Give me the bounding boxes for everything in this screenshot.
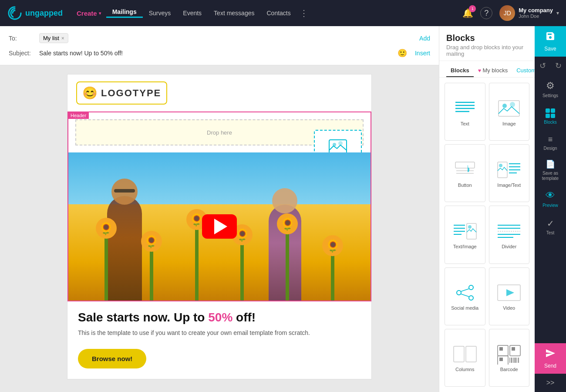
drop-here-text: Drop here xyxy=(207,129,232,136)
blocks-panel-header: Blocks Drag and drop blocks into your ma… xyxy=(439,26,535,61)
test-icon: ✓ xyxy=(547,218,554,229)
block-columns-thumb xyxy=(452,343,478,365)
save-template-label: Save as template xyxy=(536,171,564,181)
preview-icon: 👁 xyxy=(546,190,555,201)
logo-face-icon: 😊 xyxy=(82,86,98,100)
sale-text-block: Sale starts now. Up to 50% off! This is … xyxy=(67,301,371,342)
subject-value: Sale starts now! Up to 50% off! xyxy=(39,50,393,57)
browse-button-area: Browse now! xyxy=(67,342,371,379)
nav-create[interactable]: Create ▾ xyxy=(71,10,106,17)
app-logo[interactable]: ungapped xyxy=(7,5,63,21)
insert-button[interactable]: Insert xyxy=(415,50,430,57)
blocks-grid: Text Image xyxy=(439,78,535,392)
svg-point-9 xyxy=(510,102,515,107)
block-barcode-thumb xyxy=(496,343,522,365)
nav-contacts[interactable]: Contacts xyxy=(260,10,296,17)
block-social[interactable]: Social media xyxy=(445,267,485,325)
blocks-tabs: Blocks ♥ My blocks Custom blocks xyxy=(439,61,535,78)
user-menu-chevron: ▾ xyxy=(556,10,559,16)
recipient-tag[interactable]: My list × xyxy=(39,33,68,43)
block-social-thumb xyxy=(452,282,478,304)
svg-line-34 xyxy=(461,294,469,297)
block-imagetext-label: Image/Text xyxy=(497,182,521,188)
svg-rect-44 xyxy=(499,358,503,361)
svg-point-30 xyxy=(469,285,473,290)
user-name: John Doe xyxy=(519,14,553,19)
notification-badge: 1 xyxy=(469,5,476,12)
remove-tag-button[interactable]: × xyxy=(61,35,64,41)
block-button[interactable]: Button xyxy=(445,144,485,202)
header-block[interactable]: Header Drop here xyxy=(67,112,371,301)
recipient-tags: My list × xyxy=(39,33,415,43)
sale-pct: 50% xyxy=(208,311,232,324)
user-menu[interactable]: JD My company John Doe ▾ xyxy=(499,5,559,21)
company-name: My company xyxy=(519,7,553,14)
tab-custom-blocks[interactable]: Custom blocks xyxy=(512,64,535,77)
undo-button[interactable]: ↺ ↻ xyxy=(535,57,566,75)
expand-button[interactable]: >> xyxy=(535,374,566,392)
settings-button[interactable]: ⚙ Settings xyxy=(535,75,566,103)
block-barcode[interactable]: Barcode xyxy=(489,329,530,387)
block-textimage-label: Text/Image xyxy=(453,244,477,249)
send-button[interactable]: Send xyxy=(535,343,566,374)
tag-text: My list xyxy=(43,35,59,41)
right-sidebar: Save ↺ ↻ ⚙ Settings Blocks ≡ Design xyxy=(535,26,566,392)
block-text[interactable]: Text xyxy=(445,83,485,141)
editor-area: To: My list × Add Subject: Sale starts n… xyxy=(0,26,439,392)
block-textimage[interactable]: Text/Image xyxy=(445,206,485,264)
svg-rect-43 xyxy=(512,347,515,351)
block-textimage-thumb xyxy=(452,220,478,242)
block-divider-label: Divider xyxy=(502,244,516,249)
tab-my-blocks[interactable]: ♥ My blocks xyxy=(474,64,512,77)
hero-image: 🌻 🌻 🌻 🌻 xyxy=(68,152,371,301)
svg-rect-0 xyxy=(329,140,347,154)
block-video-label: Video xyxy=(503,305,515,311)
svg-rect-7 xyxy=(499,101,519,116)
sale-headline: Sale starts now. Up to 50% off! xyxy=(78,310,361,325)
block-button-label: Button xyxy=(458,182,472,188)
settings-icon: ⚙ xyxy=(546,80,555,91)
design-icon: ≡ xyxy=(548,135,553,144)
nav-surveys[interactable]: Surveys xyxy=(143,10,177,17)
test-button[interactable]: ✓ Test xyxy=(535,213,566,240)
svg-point-32 xyxy=(469,296,473,300)
save-template-button[interactable]: 📄 Save as template xyxy=(535,156,566,185)
blocks-sidebar-label: Blocks xyxy=(544,120,556,125)
undo-icon: ↺ xyxy=(535,61,550,71)
svg-line-33 xyxy=(461,289,469,291)
play-icon xyxy=(214,219,227,234)
help-button[interactable]: ? xyxy=(480,7,492,19)
block-divider[interactable]: Divider xyxy=(489,206,530,264)
tab-blocks[interactable]: Blocks xyxy=(446,64,474,77)
top-navigation: ungapped Create ▾ Mailings Surveys Event… xyxy=(0,0,566,26)
nav-more-icon[interactable]: ⋮ xyxy=(297,8,311,18)
email-canvas: 😊 LOGOTYPE Header Drop here xyxy=(67,74,372,379)
block-video[interactable]: Video xyxy=(489,267,530,325)
svg-marker-36 xyxy=(506,289,514,296)
blocks-sidebar-button[interactable]: Blocks xyxy=(535,103,566,130)
browse-button[interactable]: Browse now! xyxy=(78,349,146,368)
svg-point-8 xyxy=(502,104,507,108)
block-image[interactable]: Image xyxy=(489,83,530,141)
block-imagetext[interactable]: Image/Text xyxy=(489,144,530,202)
emoji-icon[interactable]: 🙂 xyxy=(398,48,407,58)
expand-icon: >> xyxy=(546,379,555,386)
block-columns[interactable]: Columns xyxy=(445,329,485,387)
save-button[interactable]: Save xyxy=(535,26,566,57)
nav-events[interactable]: Events xyxy=(177,10,208,17)
block-divider-thumb xyxy=(496,220,522,242)
play-button[interactable] xyxy=(202,214,237,239)
nav-mailings[interactable]: Mailings xyxy=(106,8,143,18)
preview-button[interactable]: 👁 Preview xyxy=(535,185,566,213)
logo-box: 😊 LOGOTYPE xyxy=(76,81,167,105)
add-recipient-button[interactable]: Add xyxy=(419,35,430,42)
header-block-label: Header xyxy=(68,112,89,119)
redo-icon: ↻ xyxy=(550,61,566,71)
design-button[interactable]: ≡ Design xyxy=(535,130,566,156)
to-field: To: My list × Add xyxy=(9,30,430,46)
subject-field: Subject: Sale starts now! Up to 50% off!… xyxy=(9,46,430,61)
nav-text-messages[interactable]: Text messages xyxy=(208,10,260,17)
notifications-bell[interactable]: 🔔 1 xyxy=(462,8,473,18)
avatar: JD xyxy=(499,5,515,21)
blocks-icon xyxy=(546,108,555,118)
